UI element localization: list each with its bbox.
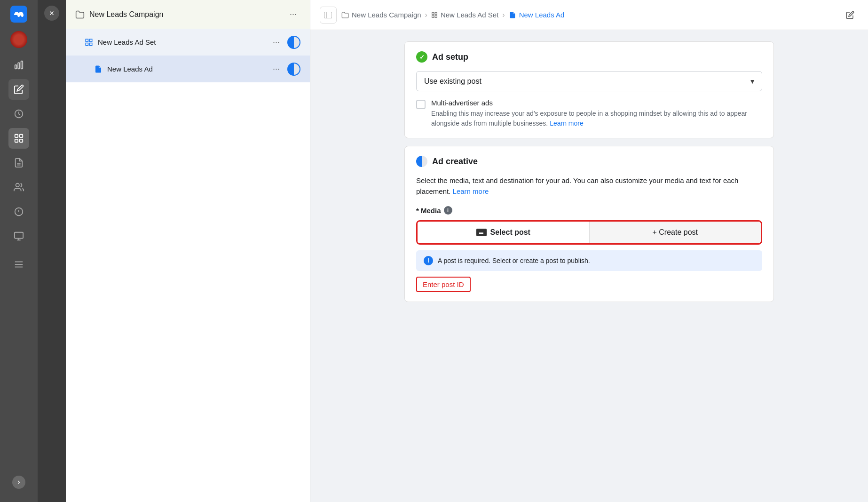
svg-rect-27 bbox=[324, 12, 332, 18]
multi-advertiser-row: Multi-advertiser ads Enabling this may i… bbox=[416, 99, 762, 128]
breadcrumb-left: New Leads Campaign › New Leads Ad Set › bbox=[320, 7, 564, 24]
campaign-tree-panel: New Leads Campaign ··· New Leads Ad Set … bbox=[66, 0, 310, 502]
post-required-text: A post is required. Select or create a p… bbox=[438, 257, 590, 264]
main-content: New Leads Campaign › New Leads Ad Set › bbox=[310, 0, 868, 502]
pencil-icon[interactable] bbox=[8, 79, 29, 100]
select-post-button[interactable]: ▬ Select post bbox=[418, 222, 589, 243]
breadcrumb-adset-name: New Leads Ad Set bbox=[441, 11, 498, 19]
post-required-banner: i A post is required. Select or create a… bbox=[416, 250, 762, 271]
svg-rect-15 bbox=[15, 232, 23, 239]
campaign-row[interactable]: New Leads Campaign ··· bbox=[66, 0, 310, 29]
svg-rect-30 bbox=[435, 12, 437, 14]
ad-more-button[interactable]: ··· bbox=[269, 62, 284, 76]
files-icon[interactable] bbox=[8, 152, 29, 173]
billing-icon[interactable] bbox=[8, 201, 29, 222]
ad-toggle[interactable] bbox=[287, 63, 300, 76]
toolbar-panel bbox=[38, 0, 66, 502]
ad-creative-card: Ad creative Select the media, text and d… bbox=[404, 146, 774, 302]
enter-post-id-link[interactable]: Enter post ID bbox=[416, 277, 471, 292]
ad-label: New Leads Ad bbox=[94, 65, 153, 73]
ad-creative-description: Select the media, text and destination f… bbox=[416, 175, 762, 197]
select-post-icon: ▬ bbox=[476, 229, 487, 236]
campaign-label: New Leads Campaign bbox=[75, 10, 163, 19]
ad-setup-card: ✓ Ad setup Use existing post Create ad ▼… bbox=[404, 41, 774, 138]
ad-creative-learn-more-link[interactable]: Learn more bbox=[453, 187, 489, 195]
avatar[interactable] bbox=[10, 31, 27, 48]
adset-row[interactable]: New Leads Ad Set ··· bbox=[66, 29, 310, 56]
multi-advertiser-checkbox[interactable] bbox=[416, 100, 426, 109]
expand-panel-button[interactable] bbox=[12, 476, 25, 489]
svg-rect-2 bbox=[18, 63, 20, 69]
ad-type-select[interactable]: Use existing post Create ad bbox=[416, 71, 762, 91]
campaign-name: New Leads Campaign bbox=[89, 10, 163, 19]
svg-rect-29 bbox=[432, 12, 434, 14]
svg-rect-8 bbox=[20, 139, 23, 142]
campaign-folder-icon bbox=[75, 10, 85, 19]
breadcrumb-campaign[interactable]: New Leads Campaign bbox=[341, 11, 421, 19]
svg-rect-26 bbox=[90, 43, 92, 45]
ad-setup-title: ✓ Ad setup bbox=[416, 51, 762, 63]
hamburger-menu[interactable] bbox=[8, 254, 29, 275]
adset-name: New Leads Ad Set bbox=[98, 38, 156, 46]
breadcrumb-campaign-name: New Leads Campaign bbox=[352, 11, 421, 19]
create-post-button[interactable]: + Create post bbox=[590, 222, 761, 243]
ad-creative-title: Ad creative bbox=[416, 156, 762, 167]
media-info-icon[interactable]: i bbox=[444, 206, 452, 215]
svg-rect-23 bbox=[86, 39, 88, 41]
history-icon[interactable] bbox=[8, 104, 29, 124]
breadcrumb-adset[interactable]: New Leads Ad Set bbox=[431, 11, 498, 19]
breadcrumb-ad[interactable]: New Leads Ad bbox=[509, 11, 565, 19]
svg-rect-5 bbox=[15, 135, 18, 137]
adset-more-button[interactable]: ··· bbox=[269, 35, 284, 49]
breadcrumb-sep-2: › bbox=[502, 11, 505, 19]
ad-creative-label: Ad creative bbox=[432, 157, 478, 167]
ad-type-select-wrapper[interactable]: Use existing post Create ad ▼ bbox=[416, 71, 762, 91]
info-banner-icon: i bbox=[424, 256, 433, 265]
svg-rect-32 bbox=[435, 16, 437, 17]
svg-rect-25 bbox=[86, 43, 88, 45]
svg-rect-6 bbox=[20, 135, 23, 137]
multi-advertiser-sub-label: Enabling this may increase your ad's exp… bbox=[431, 109, 762, 128]
chart-bar-icon[interactable] bbox=[8, 55, 29, 75]
adset-label: New Leads Ad Set bbox=[85, 38, 156, 47]
sidebar-toggle-button[interactable] bbox=[320, 7, 337, 24]
breadcrumb-bar: New Leads Campaign › New Leads Ad Set › bbox=[310, 0, 868, 30]
svg-rect-1 bbox=[15, 65, 17, 69]
close-button[interactable] bbox=[44, 6, 59, 21]
multi-advertiser-label-group: Multi-advertiser ads Enabling this may i… bbox=[431, 99, 762, 128]
multi-advertiser-learn-more-link[interactable]: Learn more bbox=[550, 120, 584, 127]
breadcrumb-ad-name: New Leads Ad bbox=[519, 11, 565, 19]
breadcrumb-folder-icon bbox=[341, 11, 349, 19]
table-grid-icon[interactable] bbox=[8, 128, 29, 149]
svg-point-11 bbox=[16, 183, 19, 187]
campaign-more-button[interactable]: ··· bbox=[286, 8, 300, 21]
breadcrumb-edit-button[interactable] bbox=[842, 7, 859, 24]
svg-rect-24 bbox=[90, 39, 92, 41]
meta-logo[interactable] bbox=[10, 6, 27, 24]
ad-setup-check-icon: ✓ bbox=[416, 51, 427, 63]
adset-grid-icon bbox=[85, 38, 93, 47]
breadcrumb-items: New Leads Campaign › New Leads Ad Set › bbox=[341, 11, 564, 19]
svg-rect-31 bbox=[432, 16, 434, 17]
icon-bar bbox=[0, 0, 38, 502]
media-buttons-row: ▬ Select post + Create post bbox=[416, 220, 762, 245]
svg-rect-7 bbox=[15, 139, 18, 142]
breadcrumb-sep-1: › bbox=[425, 11, 427, 19]
ad-name: New Leads Ad bbox=[107, 65, 153, 73]
adset-toggle[interactable] bbox=[287, 36, 300, 49]
ad-creative-half-circle-icon bbox=[416, 156, 427, 167]
ad-row[interactable]: New Leads Ad ··· bbox=[66, 56, 310, 82]
audience-icon[interactable] bbox=[8, 177, 29, 198]
svg-rect-3 bbox=[21, 61, 23, 69]
main-body: ✓ Ad setup Use existing post Create ad ▼… bbox=[310, 30, 868, 502]
breadcrumb-grid-icon bbox=[431, 12, 438, 18]
reports-icon[interactable] bbox=[8, 226, 29, 247]
breadcrumb-file-icon bbox=[509, 11, 516, 19]
media-label: * Media i bbox=[416, 206, 762, 215]
ad-file-icon bbox=[94, 65, 103, 73]
multi-advertiser-main-label: Multi-advertiser ads bbox=[431, 99, 762, 107]
ad-setup-label: Ad setup bbox=[432, 52, 468, 62]
